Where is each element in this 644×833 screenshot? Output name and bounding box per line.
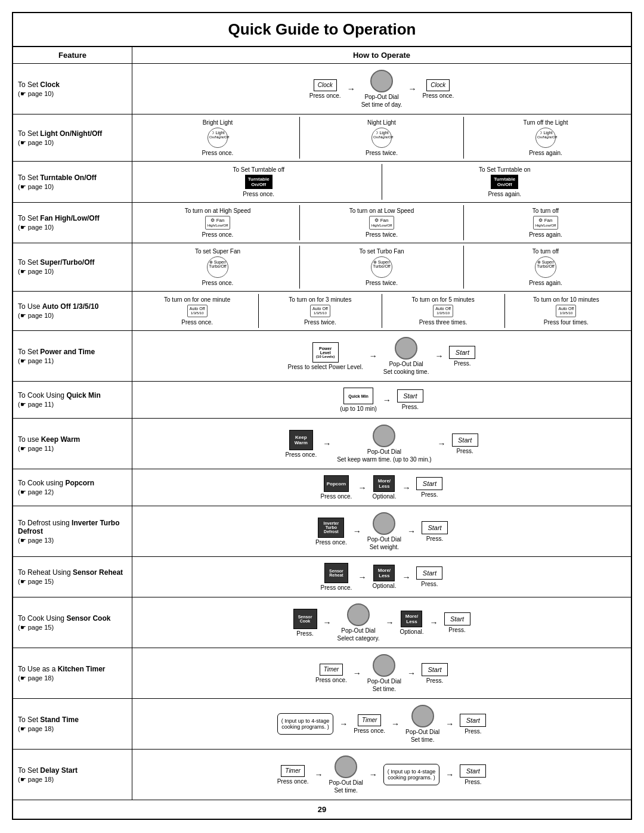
light-button-2[interactable]: ☽ Light On/Night/Off — [371, 128, 392, 148]
feature-sensorcook-label: To Cook Using Sensor Cook — [18, 614, 127, 623]
timer-button-st[interactable]: Timer — [358, 714, 381, 726]
start-button-keep[interactable]: Start — [452, 433, 478, 447]
feature-popcorn-page: (☛ page 12) — [18, 488, 127, 496]
light-press1: Press once. — [138, 150, 297, 156]
sensor-cook-button[interactable]: Sensor Cook — [293, 609, 317, 629]
autooff-button-2[interactable]: Auto Off 1/3/5/10 — [310, 305, 330, 318]
pop-out-dial-power[interactable] — [395, 337, 417, 360]
feature-sensorrow-label: To Reheat Using Sensor Reheat — [18, 568, 127, 577]
autooff-col4-label: To turn on for 10 minutes — [507, 296, 625, 303]
turntable-button-1[interactable]: Turntable On/Off — [245, 175, 273, 189]
power-level-button[interactable]: Power Level (10 Levels) — [312, 342, 339, 363]
super-button-1[interactable]: ⊕ Super/ Turbo/Off — [207, 256, 228, 278]
feature-inverter-page: (☛ page 13) — [18, 537, 127, 544]
timer-button-kt[interactable]: Timer — [320, 664, 343, 676]
moreless-button-sensorrow[interactable]: More/ Less — [373, 565, 395, 581]
dial-power-press: Set cooking time. — [383, 368, 429, 375]
feature-popcorn-label: To Cook using Popcorn — [18, 479, 127, 487]
fan-button-2[interactable]: ⚙ Fan High/Low/Off — [369, 216, 395, 230]
turntable-button-2[interactable]: Turntable On/Off — [491, 175, 518, 189]
start-button-sensorrow[interactable]: Start — [416, 566, 442, 580]
sensor-reheat-button[interactable]: Sensor Reheat — [324, 563, 348, 583]
arrow-quickmin: → — [383, 395, 391, 405]
clock-button-1[interactable]: Clock — [314, 79, 337, 91]
feature-delaystart-page: (☛ page 18) — [18, 776, 127, 784]
start-sensorcook-press: Press. — [448, 627, 465, 633]
feature-light-label: To Set Light On/Night/Off — [18, 129, 127, 138]
start-sensorrow-press: Press. — [421, 581, 438, 587]
start-button-inverter[interactable]: Start — [422, 521, 448, 534]
how-super-multi: To set Super Fan ⊕ Super/ Turbo/Off Pres… — [136, 246, 627, 289]
dial-block1: Pop-Out Dial Set time of day. — [361, 70, 402, 108]
super-button-3[interactable]: ⊕ Super/ Turbo/Off — [535, 256, 556, 278]
row-super: To Set Super/Turbo/Off (☛ page 10) To se… — [13, 243, 631, 292]
arrow-popcorn1: → — [358, 483, 366, 493]
fan-button-1[interactable]: ⚙ Fan High/Low/Off — [205, 216, 231, 230]
start-button-quickmin[interactable]: Start — [397, 389, 423, 402]
start-button-st[interactable]: Start — [460, 714, 486, 727]
pop-out-dial-st[interactable] — [411, 705, 434, 727]
keep-btn-block: Keep Warm Press once. — [285, 430, 317, 458]
pop-out-dial-ds[interactable] — [335, 755, 357, 778]
start-power-press: Press. — [454, 360, 470, 367]
popcorn-button[interactable]: Popcorn — [324, 475, 349, 492]
timer-kt-press: Press once. — [315, 677, 347, 683]
start-ds-press: Press. — [465, 779, 481, 785]
feature-quickmin-label: To Cook Using Quick Min — [18, 391, 127, 400]
arrow-1: → — [347, 84, 355, 94]
feature-keepwarm-page: (☛ page 11) — [18, 445, 127, 453]
dial-inverter-press: Set weight. — [370, 544, 399, 550]
moreless-sensorrow-block: More/ Less Optional. — [372, 565, 396, 589]
how-turntable: To Set Turntable off Turntable On/Off Pr… — [132, 162, 631, 202]
feature-delaystart: To Set Delay Start (☛ page 18) — [13, 750, 132, 800]
inverter-press: Press once. — [315, 539, 347, 546]
timer-button-ds[interactable]: Timer — [281, 765, 304, 777]
light-button-3[interactable]: ☽ Light On/Night/Off — [535, 128, 556, 148]
moreless-button-sensorcook[interactable]: More/ Less — [401, 611, 422, 627]
super-press3: Press again. — [466, 280, 625, 286]
fan-col1-label: To turn on at High Speed — [138, 208, 297, 214]
start-button-kt[interactable]: Start — [422, 663, 448, 676]
clock-button-2[interactable]: Clock — [426, 79, 450, 91]
pop-out-dial-1[interactable] — [370, 70, 393, 92]
pop-out-dial-sensorcook[interactable] — [347, 603, 370, 626]
keep-warm-button[interactable]: Keep Warm — [289, 430, 313, 450]
pop-out-dial-kt[interactable] — [373, 654, 395, 677]
fan-button-3[interactable]: ⚙ Fan High/Low/Off — [533, 216, 559, 230]
how-standtime-row: ( Input up to 4-stagecooking programs. )… — [136, 701, 627, 747]
autooff-button-4[interactable]: Auto Off 1/3/5/10 — [556, 305, 576, 318]
start-sensorrow-block: Start Press. — [416, 566, 442, 587]
start-popcorn-press: Press. — [421, 491, 438, 498]
pop-out-dial-keep[interactable] — [373, 425, 395, 447]
row-sensorrow: To Reheat Using Sensor Reheat (☛ page 15… — [13, 557, 631, 597]
how-clock-row: Clock Press once. → Pop-Out Dial Set tim… — [136, 66, 627, 112]
arrow-keep2: → — [438, 439, 446, 448]
quickmin-button[interactable]: Quick Min — [343, 388, 373, 404]
pop-out-dial-inverter[interactable] — [373, 512, 395, 535]
how-super: To set Super Fan ⊕ Super/ Turbo/Off Pres… — [132, 243, 631, 291]
super-col1: To set Super Fan ⊕ Super/ Turbo/Off Pres… — [136, 246, 300, 289]
light-col2-label: Night Light — [302, 119, 461, 126]
row-inverter: To Defrost using Inverter Turbo Defrost … — [13, 506, 631, 557]
how-light: Bright Light ☽ Light On/Night/Off Press … — [132, 114, 631, 161]
moreless-button-popcorn[interactable]: More/ Less — [373, 475, 395, 492]
dial-ds-block: Pop-Out Dial Set time. — [329, 755, 363, 794]
autooff-button-1[interactable]: Auto Off 1/3/5/10 — [187, 305, 208, 318]
dial-power-block: Pop-Out Dial Set cooking time. — [383, 337, 429, 375]
autooff-col2-label: To turn on for 3 minutes — [261, 296, 379, 303]
sensor-cook-btn-block: Sensor Cook Press. — [293, 609, 317, 637]
autooff-button-3[interactable]: Auto Off 1/3/5/10 — [433, 305, 453, 318]
start-button-popcorn[interactable]: Start — [416, 477, 442, 490]
super-button-2[interactable]: ⊕ Super/ Turbo/Off — [371, 256, 392, 278]
light-col3: Turn off the Light ☽ Light On/Night/Off … — [464, 117, 627, 159]
start-button-sensorcook[interactable]: Start — [444, 612, 470, 625]
fan-col3: To turn off ⚙ Fan High/Low/Off Press aga… — [464, 205, 627, 240]
feature-kitchentimer-label: To Use as a Kitchen Timer — [18, 665, 127, 673]
dial-kt-press: Set time. — [373, 686, 396, 692]
clock-press2: Press once. — [422, 92, 454, 99]
clock-press1: Press once. — [309, 92, 341, 99]
light-button-1[interactable]: ☽ Light On/Night/Off — [208, 128, 228, 148]
inverter-button[interactable]: Inverter Turbo Defrost — [318, 518, 344, 538]
start-button-ds[interactable]: Start — [460, 764, 486, 778]
start-button-power[interactable]: Start — [449, 346, 475, 359]
